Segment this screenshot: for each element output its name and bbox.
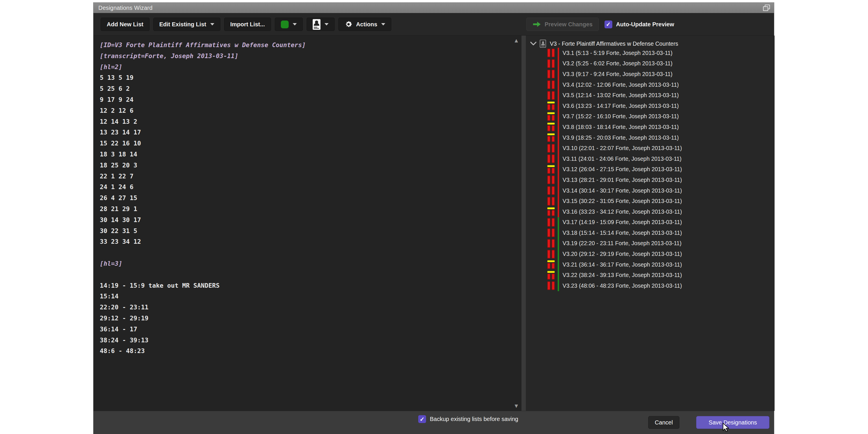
editor-line: 15:14 <box>100 291 306 302</box>
editor-line: [hl=2] <box>100 62 306 72</box>
tree-item-label: V3.9 (18:25 - 20:03 Forte, Joseph 2013-0… <box>563 134 679 141</box>
tree-item-label: V3.4 (12:02 - 12:06 Forte, Joseph 2013-0… <box>563 82 679 88</box>
add-new-list-button[interactable]: Add New List <box>101 18 150 31</box>
deponent-card-icon <box>313 19 320 30</box>
tree-item[interactable]: V3.17 (14:19 - 15:09 Forte, Joseph 2013-… <box>547 217 682 228</box>
chevron-down-icon[interactable] <box>530 41 537 46</box>
tree-item-label: V3.20 (29:12 - 29:19 Forte, Joseph 2013-… <box>563 251 682 257</box>
editor-line: 15 22 16 10 <box>100 138 306 149</box>
cancel-button[interactable]: Cancel <box>648 416 679 429</box>
editor-line: 28 21 29 1 <box>100 204 306 215</box>
tree-item[interactable]: V3.16 (33:23 - 34:12 Forte, Joseph 2013-… <box>547 207 682 217</box>
tree-item-label: V3.14 (30:14 - 30:17 Forte, Joseph 2013-… <box>563 187 682 194</box>
highlighter-color-button[interactable] <box>275 18 303 31</box>
group-color-line-green <box>558 270 559 280</box>
tree-item[interactable]: V3.1 (5:13 - 5:19 Forte, Joseph 2013-03-… <box>547 48 682 58</box>
tree-item[interactable]: V3.11 (24:01 - 24:06 Forte, Joseph 2013-… <box>547 154 682 164</box>
edit-existing-list-button[interactable]: Edit Existing List <box>153 18 220 31</box>
flag-stripe <box>547 260 555 262</box>
red-bars <box>547 274 555 280</box>
tree-item[interactable]: V3.23 (48:06 - 48:23 Forte, Joseph 2013-… <box>547 280 682 291</box>
check-icon: ✓ <box>420 416 425 422</box>
red-bars <box>547 186 555 195</box>
tree-item-label: V3.10 (22:01 - 22:07 Forte, Joseph 2013-… <box>563 145 682 152</box>
tree-item[interactable]: V3.4 (12:02 - 12:06 Forte, Joseph 2013-0… <box>547 80 682 90</box>
designation-flagged-icon <box>547 133 555 142</box>
group-color-line-red <box>558 58 559 69</box>
designation-text-editor[interactable]: [ID=V3 Forte Plaintiff Affirmatives w De… <box>93 36 522 411</box>
red-bars <box>547 70 555 79</box>
tree-item[interactable]: V3.7 (15:22 - 16:10 Forte, Joseph 2013-0… <box>547 111 682 122</box>
tree-item[interactable]: V3.15 (30:22 - 31:05 Forte, Joseph 2013-… <box>547 196 682 207</box>
tree-item[interactable]: V3.6 (13:23 - 14:17 Forte, Joseph 2013-0… <box>547 101 682 111</box>
editor-line: 38:24 - 39:13 <box>100 335 306 346</box>
scroll-up-icon[interactable]: ▲ <box>512 38 520 43</box>
actions-button[interactable]: Actions <box>338 18 391 31</box>
tree-item[interactable]: V3.2 (5:25 - 6:02 Forte, Joseph 2013-03-… <box>547 58 682 69</box>
tree-item[interactable]: V3.18 (15:14 - 15:14 Forte, Joseph 2013-… <box>547 227 682 238</box>
desktop: Designations Wizard Add New List Edit Ex… <box>0 0 868 434</box>
tree-root-row[interactable]: V3 - Forte Plaintiff Affirmatives w Defe… <box>526 38 678 49</box>
import-list-label: Import List... <box>230 21 265 28</box>
tree-item[interactable]: V3.14 (30:14 - 30:17 Forte, Joseph 2013-… <box>547 185 682 196</box>
tree-item-label: V3.8 (18:03 - 18:14 Forte, Joseph 2013-0… <box>563 124 679 130</box>
tree-item-label: V3.5 (12:14 - 13:02 Forte, Joseph 2013-0… <box>563 92 679 99</box>
editor-line: 13 23 14 17 <box>100 127 306 138</box>
backup-group: ✓ Backup existing lists before saving <box>418 415 518 423</box>
tree-item[interactable]: V3.8 (18:03 - 18:14 Forte, Joseph 2013-0… <box>547 122 682 132</box>
tree-item[interactable]: V3.21 (36:14 - 36:17 Forte, Joseph 2013-… <box>547 259 682 270</box>
tree-item[interactable]: V3.12 (26:04 - 27:15 Forte, Joseph 2013-… <box>547 164 682 175</box>
group-color-line-red <box>558 154 559 164</box>
group-color-line-red <box>558 69 559 80</box>
designation-flagged-icon <box>547 112 555 121</box>
backup-checkbox[interactable]: ✓ <box>418 415 426 423</box>
tree-item-label: V3.23 (48:06 - 48:23 Forte, Joseph 2013-… <box>563 282 682 289</box>
group-color-line-red <box>558 164 559 175</box>
tree-item[interactable]: V3.9 (18:25 - 20:03 Forte, Joseph 2013-0… <box>547 132 682 143</box>
auto-update-checkbox[interactable]: ✓ <box>604 21 612 28</box>
group-color-line-red <box>558 80 559 90</box>
title-bar[interactable]: Designations Wizard <box>93 3 774 13</box>
tree-root-label: V3 - Forte Plaintiff Affirmatives w Defe… <box>550 40 678 47</box>
import-list-button[interactable]: Import List... <box>224 18 271 31</box>
group-color-line-green <box>558 259 559 270</box>
group-color-line-red <box>558 143 559 154</box>
tree-item[interactable]: V3.13 (28:21 - 29:01 Forte, Joseph 2013-… <box>547 175 682 185</box>
editor-line: 22:20 - 23:11 <box>100 302 306 313</box>
designation-icon <box>547 144 555 153</box>
tree-item[interactable]: V3.10 (22:01 - 22:07 Forte, Joseph 2013-… <box>547 143 682 154</box>
tree-item[interactable]: V3.19 (22:20 - 23:11 Forte, Joseph 2013-… <box>547 238 682 249</box>
group-color-line-red <box>558 122 559 132</box>
tree-item-label: V3.13 (28:21 - 29:01 Forte, Joseph 2013-… <box>563 177 682 183</box>
tree-item[interactable]: V3.5 (12:14 - 13:02 Forte, Joseph 2013-0… <box>547 90 682 101</box>
flag-stripe <box>547 165 555 167</box>
tree-item[interactable]: V3.22 (38:24 - 39:13 Forte, Joseph 2013-… <box>547 270 682 280</box>
designation-flagged-icon <box>547 165 555 174</box>
save-designations-button[interactable]: Save Designations <box>696 416 769 429</box>
scroll-down-icon[interactable]: ▼ <box>512 403 520 408</box>
designation-icon <box>547 176 555 184</box>
chevron-down-icon <box>381 23 385 26</box>
tree-item-label: V3.12 (26:04 - 27:15 Forte, Joseph 2013-… <box>563 166 682 173</box>
restore-window-icon[interactable] <box>763 5 770 11</box>
editor-line <box>100 269 306 280</box>
tree-item-label: V3.18 (15:14 - 15:14 Forte, Joseph 2013-… <box>563 229 682 236</box>
pane-splitter[interactable] <box>522 36 526 411</box>
designation-flagged-icon <box>547 101 555 110</box>
designation-icon <box>547 239 555 248</box>
preview-changes-button[interactable]: Preview Changes <box>526 18 599 31</box>
designation-icon <box>547 197 555 206</box>
red-bars <box>547 115 555 121</box>
editor-line: 12 14 13 2 <box>100 116 306 127</box>
tree-item-label: V3.15 (30:22 - 31:05 Forte, Joseph 2013-… <box>563 198 682 205</box>
group-color-line-red <box>558 207 559 217</box>
editor-line: 33 23 34 12 <box>100 236 306 247</box>
red-bars <box>547 59 555 68</box>
transcript-icon <box>540 40 546 48</box>
editor-line: 5 13 5 19 <box>100 72 306 83</box>
deponent-card-button[interactable] <box>307 18 335 31</box>
editor-line: 26 4 27 15 <box>100 192 306 204</box>
tree-item[interactable]: V3.3 (9:17 - 9:24 Forte, Joseph 2013-03-… <box>547 69 682 80</box>
tree-item[interactable]: V3.20 (29:12 - 29:19 Forte, Joseph 2013-… <box>547 249 682 259</box>
editor-line: 12 2 12 6 <box>100 105 306 116</box>
